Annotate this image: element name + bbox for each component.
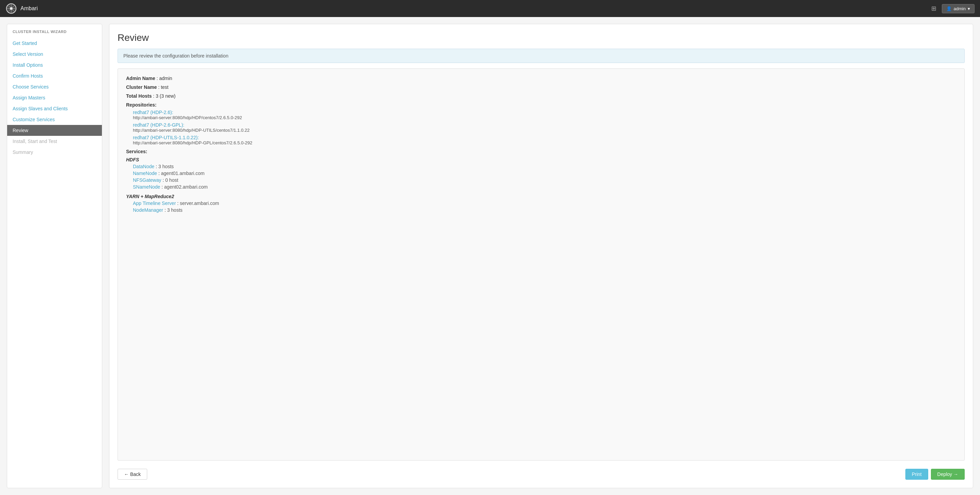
sidebar-item-label: Get Started	[13, 41, 37, 46]
navbar: Ambari ⊞ 👤 admin ▾	[0, 0, 980, 17]
cluster-name-field: Cluster Name : test	[126, 84, 956, 90]
sidebar-item-review[interactable]: Review	[7, 125, 102, 136]
sidebar-item-select-version[interactable]: Select Version	[7, 49, 102, 60]
admin-name-label: Admin Name	[126, 76, 155, 81]
service-component-link[interactable]: App Timeline Server	[133, 200, 176, 206]
separator: :	[158, 171, 161, 176]
service-component-value: 3 hosts	[167, 207, 182, 213]
repo-link-1[interactable]: redhat7 (HDP-2.6-GPL):	[133, 122, 185, 128]
sidebar-section-title: CLUSTER INSTALL WIZARD	[7, 30, 102, 38]
total-hosts-field: Total Hosts : 3 (3 new)	[126, 93, 956, 99]
back-button[interactable]: ← Back	[118, 469, 147, 480]
print-button[interactable]: Print	[905, 469, 928, 480]
service-component-link[interactable]: DataNode	[133, 164, 154, 169]
info-banner: Please review the configuration before i…	[118, 49, 965, 63]
services-label: Services:	[126, 149, 956, 154]
repositories-label: Repositories:	[126, 102, 156, 108]
repo-url-1: http://ambari-server:8080/hdp/HDP-UTILS/…	[133, 128, 956, 133]
service-component-value: 3 hosts	[158, 164, 174, 169]
app-name: Ambari	[21, 5, 38, 11]
sidebar-item-customize-services[interactable]: Customize Services	[7, 114, 102, 125]
repositories-section: Repositories: redhat7 (HDP-2.6): http://…	[126, 102, 956, 145]
service-component-datanode: DataNode : 3 hosts	[133, 164, 956, 169]
page-title: Review	[118, 32, 965, 43]
service-name-yarn: YARN + MapReduce2	[126, 194, 956, 199]
btn-group-right: Print Deploy →	[905, 469, 965, 480]
sidebar-item-assign-masters[interactable]: Assign Masters	[7, 92, 102, 103]
cluster-name-separator: :	[158, 84, 161, 90]
service-component-namenode: NameNode : agent01.ambari.com	[133, 171, 956, 176]
service-component-value: agent02.ambari.com	[164, 184, 208, 190]
service-component-nodemanager: NodeManager : 3 hosts	[133, 207, 956, 213]
repo-link-2[interactable]: redhat7 (HDP-UTILS-1.1.0.22):	[133, 135, 199, 140]
caret-down-icon: ▾	[968, 6, 970, 11]
separator: :	[156, 164, 158, 169]
service-component-value: 0 host	[165, 178, 178, 183]
user-icon: 👤	[946, 6, 952, 11]
sidebar-item-label: Install, Start and Test	[13, 138, 57, 144]
navbar-brand: Ambari	[5, 3, 38, 14]
sidebar-item-label: Install Options	[13, 62, 43, 68]
sidebar-item-label: Customize Services	[13, 117, 55, 122]
sidebar-item-label: Review	[13, 128, 28, 133]
repo-item-2: redhat7 (HDP-UTILS-1.1.0.22): http://amb…	[133, 135, 956, 145]
svg-point-2	[10, 7, 13, 10]
service-component-app-timeline: App Timeline Server : server.ambari.com	[133, 200, 956, 206]
sidebar-item-label: Summary	[13, 149, 33, 155]
sidebar-item-label: Assign Masters	[13, 95, 45, 100]
service-name-hdfs: HDFS	[126, 157, 956, 162]
sidebar-item-label: Confirm Hosts	[13, 73, 43, 79]
grid-icon[interactable]: ⊞	[931, 5, 936, 12]
sidebar-item-install-options[interactable]: Install Options	[7, 60, 102, 70]
repo-url-0: http://ambari-server:8080/hdp/HDP/centos…	[133, 115, 956, 120]
sidebar: CLUSTER INSTALL WIZARD Get Started Selec…	[7, 24, 102, 488]
sidebar-item-confirm-hosts[interactable]: Confirm Hosts	[7, 70, 102, 81]
main-layout: CLUSTER INSTALL WIZARD Get Started Selec…	[0, 17, 980, 495]
review-box: Admin Name : admin Cluster Name : test T…	[118, 68, 965, 461]
repo-item-0: redhat7 (HDP-2.6): http://ambari-server:…	[133, 109, 956, 120]
repo-link-0[interactable]: redhat7 (HDP-2.6):	[133, 109, 173, 115]
sidebar-item-assign-slaves[interactable]: Assign Slaves and Clients	[7, 103, 102, 114]
admin-name-field: Admin Name : admin	[126, 76, 956, 81]
total-hosts-value: 3 (3 new)	[156, 93, 175, 99]
sidebar-item-label: Assign Slaves and Clients	[13, 106, 68, 111]
service-component-nfsgateway: NFSGateway : 0 host	[133, 178, 956, 183]
admin-label: admin	[954, 6, 966, 11]
total-hosts-separator: :	[153, 93, 156, 99]
sidebar-item-label: Select Version	[13, 51, 43, 57]
total-hosts-label: Total Hosts	[126, 93, 152, 99]
service-component-link[interactable]: NFSGateway	[133, 178, 161, 183]
service-group-yarn: YARN + MapReduce2 App Timeline Server : …	[126, 194, 956, 213]
repo-item-1: redhat7 (HDP-2.6-GPL): http://ambari-ser…	[133, 122, 956, 133]
service-component-value: server.ambari.com	[180, 200, 219, 206]
service-component-link[interactable]: NameNode	[133, 171, 157, 176]
sidebar-item-get-started[interactable]: Get Started	[7, 38, 102, 49]
deploy-button[interactable]: Deploy →	[931, 469, 965, 480]
cluster-name-label: Cluster Name	[126, 84, 157, 90]
sidebar-item-label: Choose Services	[13, 84, 49, 90]
admin-name-value: admin	[159, 76, 172, 81]
separator: :	[162, 178, 165, 183]
separator: :	[162, 184, 164, 190]
service-component-link[interactable]: SNameNode	[133, 184, 160, 190]
service-group-hdfs: HDFS DataNode : 3 hosts NameNode : agent…	[126, 157, 956, 190]
cluster-name-value: test	[161, 84, 169, 90]
repo-url-2: http://ambari-server:8080/hdp/HDP-GPL/ce…	[133, 140, 956, 145]
service-component-value: agent01.ambari.com	[161, 171, 205, 176]
separator: :	[177, 200, 180, 206]
ambari-logo	[5, 3, 17, 14]
service-component-snamenode: SNameNode : agent02.ambari.com	[133, 184, 956, 190]
sidebar-item-choose-services[interactable]: Choose Services	[7, 81, 102, 92]
services-section: Services: HDFS DataNode : 3 hosts NameNo…	[126, 149, 956, 213]
footer-buttons: ← Back Print Deploy →	[118, 466, 965, 480]
admin-button[interactable]: 👤 admin ▾	[942, 4, 975, 13]
content-area: Review Please review the configuration b…	[109, 24, 973, 488]
sidebar-item-summary: Summary	[7, 147, 102, 158]
service-component-link[interactable]: NodeManager	[133, 207, 163, 213]
navbar-right: ⊞ 👤 admin ▾	[931, 4, 975, 13]
sidebar-item-install-start-test: Install, Start and Test	[7, 136, 102, 147]
